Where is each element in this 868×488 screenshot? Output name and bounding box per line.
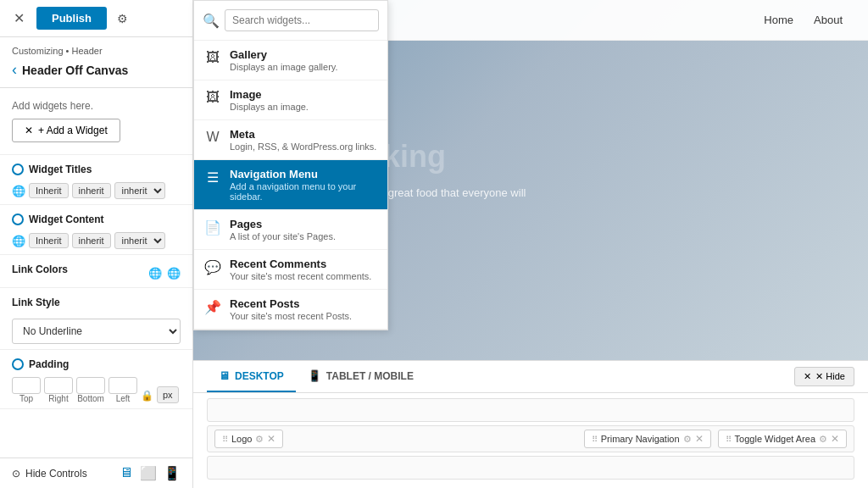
logo-close-icon[interactable]: ✕ xyxy=(267,433,275,445)
padding-bottom-field: Bottom xyxy=(76,377,105,403)
nav-home[interactable]: Home xyxy=(764,14,793,26)
breadcrumb: Customizing • Header xyxy=(0,37,192,58)
widget-item-recent-comments[interactable]: 💬 Recent Comments Your site's most recen… xyxy=(194,250,387,290)
nav-about[interactable]: About xyxy=(814,14,843,26)
widget-content-label: Widget Content xyxy=(12,214,181,225)
builder-tabs: 🖥 DESKTOP 📱 TABLET / MOBILE ✕ ✕ Hide xyxy=(193,361,868,393)
add-widget-area: Add widgets here. ✕ + Add a Widget xyxy=(0,88,192,155)
widget-titles-label: Widget Titles xyxy=(12,164,181,175)
hide-label: ✕ Hide xyxy=(815,371,845,382)
inherit-tag-2[interactable]: inherit xyxy=(72,183,111,198)
link-style-select[interactable]: No Underline Underline xyxy=(12,319,181,344)
close-button[interactable]: ✕ xyxy=(8,8,30,28)
padding-top-field: Top xyxy=(12,377,41,403)
tab-desktop[interactable]: 🖥 DESKTOP xyxy=(207,361,296,392)
widget-icon-pages: 📄 xyxy=(204,219,221,236)
link-color-globe-1[interactable]: 🌐 xyxy=(148,267,162,280)
link-style-section: Link Style No Underline Underline xyxy=(0,288,192,350)
widget-desc-pages: A list of your site's Pages. xyxy=(230,231,336,241)
tab-tablet-mobile[interactable]: 📱 TABLET / MOBILE xyxy=(296,361,426,392)
mobile-device-icon[interactable]: 📱 xyxy=(164,465,181,481)
link-style-label: Link Style xyxy=(12,297,181,308)
widget-item-image[interactable]: 🖼 Image Displays an image. xyxy=(194,80,387,120)
builder-rows: ⠿ Logo ⚙ ✕ ⠿ Primary Navigation ⚙ ✕ ⠿ To… xyxy=(193,393,868,488)
widget-name-recent-posts: Recent Posts xyxy=(230,297,352,310)
add-widget-button[interactable]: ✕ + Add a Widget xyxy=(12,119,120,142)
widget-item-pages[interactable]: 📄 Pages A list of your site's Pages. xyxy=(194,210,387,250)
inherit-select-1[interactable]: inherit xyxy=(114,182,165,199)
logo-gear-icon[interactable]: ⚙ xyxy=(255,434,264,445)
link-colors-section: Link Colors 🌐 🌐 xyxy=(0,255,192,288)
site-nav: Home About xyxy=(764,14,843,26)
bottom-bar: ⊙ Hide Controls 🖥 ⬜ 📱 xyxy=(0,458,192,488)
widget-item-navigation-menu[interactable]: ☰ Navigation Menu Add a navigation menu … xyxy=(194,160,387,210)
device-icons: 🖥 ⬜ 📱 xyxy=(120,465,181,481)
toggle-widget-gear-icon[interactable]: ⚙ xyxy=(819,434,827,445)
widget-icon-recent-comments: 💬 xyxy=(204,259,221,275)
primary-nav-gear-icon[interactable]: ⚙ xyxy=(683,434,692,445)
link-color-globe-2[interactable]: 🌐 xyxy=(167,267,181,280)
link-colors-icons: 🌐 🌐 xyxy=(148,267,181,280)
primary-nav-chip[interactable]: ⠿ Primary Navigation ⚙ ✕ xyxy=(584,430,711,448)
inherit-tag-4[interactable]: inherit xyxy=(72,233,111,248)
padding-left-field: Left xyxy=(108,377,137,403)
hide-x-icon: ✕ xyxy=(804,371,811,382)
builder-row-main: ⠿ Logo ⚙ ✕ ⠿ Primary Navigation ⚙ ✕ ⠿ To… xyxy=(207,425,854,452)
padding-top-input[interactable] xyxy=(12,377,41,394)
padding-label: Padding xyxy=(12,358,181,370)
circle-icon xyxy=(12,164,24,175)
lock-icon[interactable]: 🔒 xyxy=(141,390,153,402)
widget-name-image: Image xyxy=(230,88,309,101)
tablet-tab-label: TABLET / MOBILE xyxy=(326,370,414,382)
widget-icon-navigation-menu: ☰ xyxy=(204,169,221,186)
widget-icon-meta: W xyxy=(204,130,221,145)
logo-chip[interactable]: ⠿ Logo ⚙ ✕ xyxy=(214,430,283,448)
widget-dropdown: 🔍 🖼 Gallery Displays an image gallery. 🖼… xyxy=(193,0,388,330)
search-bar: 🔍 xyxy=(194,1,387,41)
primary-nav-close-icon[interactable]: ✕ xyxy=(695,433,704,445)
settings-gear-button[interactable]: ⚙ xyxy=(114,8,131,29)
widget-item-meta[interactable]: W Meta Login, RSS, & WordPress.org links… xyxy=(194,120,387,160)
widget-name-navigation-menu: Navigation Menu xyxy=(230,168,377,180)
padding-section: Padding Top Right Bottom Left 🔒 px xyxy=(0,350,192,409)
back-arrow-icon[interactable]: ‹ xyxy=(12,61,17,79)
desktop-tab-label: DESKTOP xyxy=(235,370,284,382)
px-unit[interactable]: px xyxy=(157,386,179,403)
widget-list: 🖼 Gallery Displays an image gallery. 🖼 I… xyxy=(194,41,387,330)
toggle-widget-chip[interactable]: ⠿ Toggle Widget Area ⚙ ✕ xyxy=(718,430,847,448)
widget-item-gallery[interactable]: 🖼 Gallery Displays an image gallery. xyxy=(194,41,387,80)
inherit-tag-3[interactable]: Inherit xyxy=(29,233,69,248)
logo-drag-icon: ⠿ xyxy=(222,435,228,444)
widget-name-gallery: Gallery xyxy=(230,48,338,61)
widget-item-recent-posts[interactable]: 📌 Recent Posts Your site's most recent P… xyxy=(194,290,387,330)
widget-icon-image: 🖼 xyxy=(204,90,221,105)
toggle-widget-close-icon[interactable]: ✕ xyxy=(831,433,839,445)
widget-desc-navigation-menu: Add a navigation menu to your sidebar. xyxy=(230,181,377,202)
panel-header: ✕ Publish ⚙ xyxy=(0,0,192,37)
padding-right-input[interactable] xyxy=(44,377,73,394)
padding-bottom-input[interactable] xyxy=(76,377,105,394)
widget-titles-row: 🌐 Inherit inherit inherit xyxy=(12,182,181,199)
widget-desc-meta: Login, RSS, & WordPress.org links. xyxy=(230,141,376,152)
tablet-tab-icon: 📱 xyxy=(308,369,321,382)
toggle-widget-drag-icon: ⠿ xyxy=(726,435,732,444)
desktop-device-icon[interactable]: 🖥 xyxy=(120,465,133,481)
inherit-tag-1[interactable]: Inherit xyxy=(29,183,69,198)
inherit-select-2[interactable]: inherit xyxy=(114,232,165,249)
globe-icon-2: 🌐 xyxy=(12,235,25,247)
publish-button[interactable]: Publish xyxy=(36,7,107,30)
padding-left-input[interactable] xyxy=(108,377,137,394)
builder-bar: 🖥 DESKTOP 📱 TABLET / MOBILE ✕ ✕ Hide ⠿ xyxy=(193,360,868,488)
search-input[interactable] xyxy=(225,9,379,31)
widget-desc-recent-comments: Your site's most recent comments. xyxy=(230,271,371,281)
tablet-device-icon[interactable]: ⬜ xyxy=(140,465,157,481)
panel-title: Header Off Canvas xyxy=(22,64,128,77)
link-colors-row: Link Colors 🌐 🌐 xyxy=(12,263,181,282)
hide-button[interactable]: ✕ ✕ Hide xyxy=(794,367,854,386)
widget-desc-gallery: Displays an image gallery. xyxy=(230,62,338,72)
widget-desc-recent-posts: Your site's most recent Posts. xyxy=(230,311,352,321)
desktop-tab-icon: 🖥 xyxy=(219,369,230,382)
widget-name-recent-comments: Recent Comments xyxy=(230,258,371,270)
primary-nav-drag-icon: ⠿ xyxy=(592,435,598,444)
hide-controls-button[interactable]: ⊙ Hide Controls xyxy=(12,468,87,480)
